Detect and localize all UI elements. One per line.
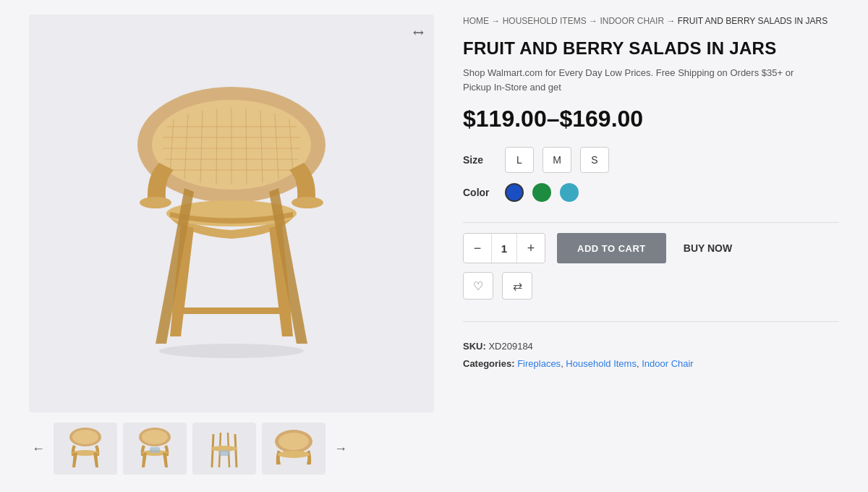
thumbnail-1[interactable] (54, 423, 117, 475)
sku-label: SKU: (463, 341, 486, 352)
svg-point-16 (140, 197, 171, 208)
product-image (87, 62, 376, 365)
category-link-fireplaces[interactable]: Fireplaces (517, 358, 561, 369)
thumb-next-button[interactable]: → (331, 438, 350, 459)
svg-rect-27 (150, 447, 160, 453)
categories-row: Categories: Fireplaces, Household Items,… (463, 355, 839, 372)
svg-line-28 (212, 434, 213, 467)
svg-point-17 (292, 197, 323, 208)
quantity-control: − 1 + (463, 233, 545, 263)
qty-decrease-button[interactable]: − (464, 234, 491, 263)
category-link-household[interactable]: Household Items (566, 358, 637, 369)
thumb-prev-button[interactable]: ← (29, 438, 48, 459)
thumbnail-2[interactable] (123, 423, 187, 475)
sku-row: SKU: XD209184 (463, 338, 839, 355)
add-to-cart-button[interactable]: ADD TO CART (557, 233, 666, 263)
color-dot-blue[interactable] (505, 183, 524, 202)
thumbnail-3[interactable] (192, 423, 256, 475)
meta-section: SKU: XD209184 Categories: Fireplaces, Ho… (463, 338, 839, 372)
compare-button[interactable]: ⇄ (502, 272, 532, 300)
divider-1 (463, 222, 839, 223)
product-description: Shop Walmart.com for Every Day Low Price… (463, 66, 810, 94)
breadcrumb-arrow-3: → (666, 16, 675, 26)
svg-point-25 (142, 430, 168, 444)
breadcrumb-arrow-2: → (589, 16, 597, 26)
size-option-row: Size L M S (463, 147, 839, 173)
size-btn-m[interactable]: M (542, 147, 571, 173)
product-section: HOME → HOUSEHOLD ITEMS → INDOOR CHAIR → … (463, 14, 839, 478)
expand-icon[interactable]: ⤢ (409, 23, 427, 42)
qty-increase-button[interactable]: + (517, 234, 545, 263)
price-range: $119.00–$169.00 (463, 106, 839, 132)
buy-now-button[interactable]: BUY NOW (678, 242, 738, 254)
color-option-row: Color (463, 183, 839, 202)
wishlist-button[interactable]: ♡ (463, 272, 493, 300)
breadcrumb-current: FRUIT AND BERRY SALADS IN JARS (678, 16, 827, 26)
breadcrumb-cat2[interactable]: INDOOR CHAIR (600, 16, 664, 26)
divider-2 (463, 321, 839, 322)
breadcrumb-arrow-1: → (491, 16, 500, 26)
categories-label: Categories: (463, 358, 515, 369)
quantity-value: 1 (491, 234, 517, 263)
svg-point-22 (72, 430, 98, 444)
page-wrapper: ⤢ (0, 0, 868, 492)
main-content: ⤢ (0, 0, 868, 492)
category-link-indoor[interactable]: Indoor Chair (642, 358, 694, 369)
svg-point-36 (278, 451, 310, 458)
breadcrumb-home[interactable]: HOME (463, 16, 489, 26)
svg-point-35 (278, 433, 309, 450)
svg-point-20 (159, 344, 304, 358)
size-btn-s[interactable]: S (580, 147, 609, 173)
thumbnails-row: ← (29, 420, 434, 478)
color-dot-teal[interactable] (560, 183, 579, 202)
main-image-container: ⤢ (29, 14, 434, 412)
action-icons-row: ♡ ⇄ (463, 272, 839, 300)
product-title: FRUIT AND BERRY SALADS IN JARS (463, 38, 839, 59)
svg-rect-33 (219, 450, 229, 456)
color-label: Color (463, 187, 496, 198)
svg-line-29 (235, 434, 237, 467)
svg-rect-19 (172, 308, 291, 314)
qty-cart-row: − 1 + ADD TO CART BUY NOW (463, 233, 839, 263)
size-btn-l[interactable]: L (505, 147, 534, 173)
breadcrumb-cat1[interactable]: HOUSEHOLD ITEMS (503, 16, 587, 26)
sku-value: XD209184 (488, 341, 532, 352)
size-label: Size (463, 154, 496, 166)
image-section: ⤢ (29, 14, 434, 478)
thumbnail-4[interactable] (262, 423, 326, 475)
breadcrumb: HOME → HOUSEHOLD ITEMS → INDOOR CHAIR → … (463, 14, 839, 28)
color-dot-green[interactable] (532, 183, 551, 202)
